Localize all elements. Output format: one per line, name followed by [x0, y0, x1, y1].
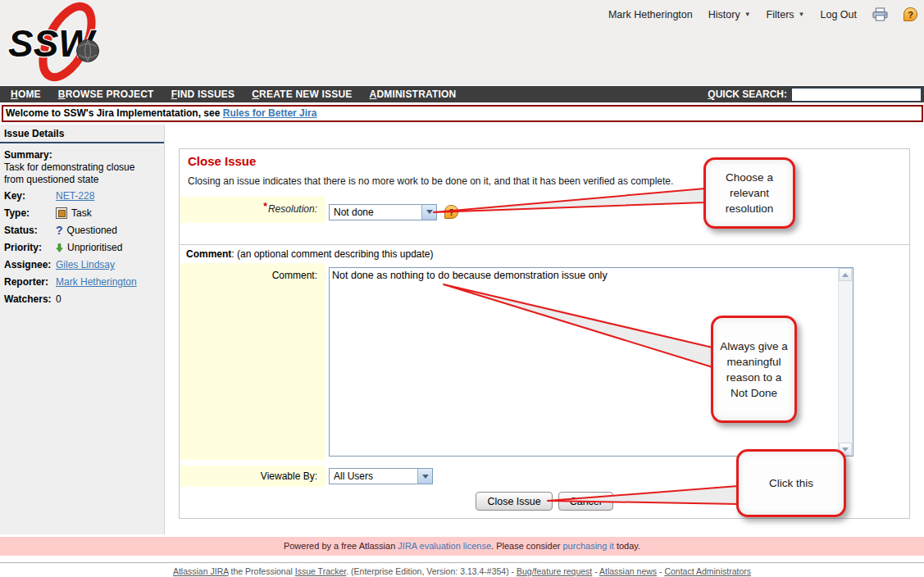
callout-meaningful-reason: Always give a meaningful reason to a Not… [711, 316, 797, 423]
comment-section-hint: : (an optional comment describing this u… [231, 248, 433, 260]
history-menu[interactable]: History ▼ [708, 9, 751, 20]
comment-row: Comment: Not done as nothing to do becau… [180, 263, 909, 460]
filters-menu-label: Filters [767, 9, 794, 20]
priority-label: Priority: [4, 242, 56, 253]
key-label: Key: [4, 190, 56, 202]
status-value: Questioned [67, 225, 117, 236]
comment-section-title: Comment [186, 248, 231, 260]
resolution-label: Resolution: [268, 203, 317, 215]
reporter-label: Reporter: [4, 276, 56, 288]
rules-for-better-jira-link[interactable]: Rules for Better Jira [223, 107, 317, 119]
summary-label: Summary: [4, 149, 159, 161]
quick-search-label: QUICK SEARCH: [708, 89, 787, 100]
contact-administrators-link[interactable]: Contact Administrators [664, 566, 751, 576]
issue-details-sidebar: Issue Details Summary: Task for demonstr… [0, 125, 165, 534]
scroll-up-icon[interactable] [839, 268, 852, 281]
evaluation-license-link[interactable]: JIRA evaluation license [398, 541, 491, 551]
resolution-select[interactable]: Not done [329, 204, 437, 220]
logout-link[interactable]: Log Out [821, 9, 857, 20]
reporter-row: Reporter: Mark Hetherington [0, 274, 164, 291]
page-title: Close Issue [188, 154, 256, 168]
resolution-help-icon[interactable]: ? [444, 205, 458, 219]
watchers-row: Watchers: 0 [0, 291, 164, 308]
callout-text: Click this [769, 475, 813, 491]
task-type-icon [56, 207, 67, 219]
select-dropdown-arrow-icon[interactable] [421, 205, 436, 220]
required-marker: * [263, 201, 267, 212]
viewable-by-selected-value: All Users [334, 470, 373, 482]
callout-text: Choose a relevant resolution [709, 170, 790, 216]
watchers-label: Watchers: [4, 293, 56, 305]
ssw-logo: SSW [5, 2, 108, 84]
nav-home-label: OME [18, 89, 41, 100]
page-header: SSW Mark Hetherington History ▼ Filters … [0, 0, 924, 85]
quick-search-input[interactable] [791, 88, 922, 102]
nav-administration-label: DMINISTRATION [376, 89, 456, 100]
quick-search: QUICK SEARCH: [708, 88, 924, 102]
priority-value: Unprioritised [67, 242, 122, 253]
callout-click-this: Click this [736, 449, 846, 517]
callout-text: Always give a meaningful reason to a Not… [717, 338, 791, 401]
viewable-by-label: Viewable By: [261, 470, 317, 482]
resolution-selected-value: Not done [334, 207, 374, 218]
purchasing-link[interactable]: purchasing it [563, 541, 614, 551]
nav-find-issues-label: IND ISSUES [177, 89, 234, 100]
reporter-link[interactable]: Mark Hetherington [56, 276, 137, 288]
chevron-down-icon: ▼ [799, 11, 805, 18]
nav-browse-project[interactable]: BROWSE PROJECT [58, 89, 154, 100]
current-user-link[interactable]: Mark Hetherington [608, 9, 693, 20]
footer-text: - [657, 566, 664, 576]
license-text: today. [614, 541, 640, 551]
nav-create-new-issue[interactable]: CREATE NEW ISSUE [252, 89, 352, 100]
nav-administration[interactable]: ADMINISTRATION [370, 89, 457, 100]
watchers-value: 0 [56, 293, 61, 305]
type-row: Type: Task [0, 205, 164, 222]
nav-create-new-issue-label: C [252, 89, 259, 100]
user-menu: Mark Hetherington History ▼ Filters ▼ Lo… [608, 7, 917, 21]
nav-home-label: H [11, 89, 18, 100]
license-text: . Please consider [491, 541, 562, 551]
viewable-by-select[interactable]: All Users [329, 468, 433, 484]
footer-text: . (Enterprise Edition, Version: 3.13.4-#… [346, 566, 517, 576]
main-navigation: HOME BROWSE PROJECT FIND ISSUES CREATE N… [0, 86, 924, 102]
nav-browse-project-label: ROWSE PROJECT [66, 89, 154, 100]
cancel-button[interactable]: Cancel [558, 492, 613, 511]
summary-value: Task for demonstrating closue from quest… [4, 161, 156, 186]
nav-create-new-issue-label: REATE NEW ISSUE [259, 89, 352, 100]
assignee-row: Assignee: Giles Lindsay [0, 257, 164, 274]
help-icon[interactable]: ? [904, 7, 917, 21]
assignee-link[interactable]: Giles Lindsay [56, 259, 115, 270]
nav-browse-project-label: B [58, 89, 66, 100]
sidebar-title: Issue Details [0, 125, 164, 143]
issue-tracker-link[interactable]: Issue Tracker [295, 566, 346, 576]
select-dropdown-arrow-icon[interactable] [417, 469, 432, 484]
comment-label: Comment: [272, 270, 317, 281]
nav-find-issues[interactable]: FIND ISSUES [171, 89, 235, 100]
issue-key-link[interactable]: NET-228 [56, 190, 94, 202]
atlassian-jira-link[interactable]: Atlassian JIRA [173, 566, 229, 576]
license-banner: Powered by a free Atlassian JIRA evaluat… [0, 537, 924, 556]
history-menu-label: History [708, 9, 740, 20]
filters-menu[interactable]: Filters ▼ [767, 9, 805, 20]
chevron-down-icon: ▼ [744, 11, 751, 18]
page-description: Closing an issue indicates that there is… [188, 175, 673, 187]
resolution-row: *Resolution: Not done ? [180, 197, 909, 223]
priority-down-arrow-icon [56, 243, 63, 252]
footer-text: the Professional [229, 566, 295, 576]
status-row: Status: ? Questioned [0, 222, 164, 239]
bug-feature-request-link[interactable]: Bug/feature request [517, 566, 592, 576]
welcome-banner: Welcome to SSW's Jira Implementatation, … [2, 105, 923, 122]
textarea-scrollbar[interactable] [838, 268, 853, 456]
atlassian-news-link[interactable]: Atlassian news [599, 566, 657, 576]
callout-choose-resolution: Choose a relevant resolution [703, 157, 795, 229]
license-text: Powered by a free Atlassian [284, 541, 398, 551]
type-value: Task [71, 207, 92, 219]
page-footer: Atlassian JIRA the Professional Issue Tr… [0, 562, 924, 576]
type-label: Type: [4, 207, 56, 219]
close-issue-button[interactable]: Close Issue [476, 492, 552, 511]
nav-home[interactable]: HOME [11, 89, 41, 100]
comment-section-header: Comment: (an optional comment describing… [180, 245, 909, 263]
footer-text: - [592, 566, 599, 576]
printer-icon[interactable] [872, 7, 888, 21]
welcome-text: Welcome to SSW's Jira Implementatation, … [6, 107, 223, 119]
